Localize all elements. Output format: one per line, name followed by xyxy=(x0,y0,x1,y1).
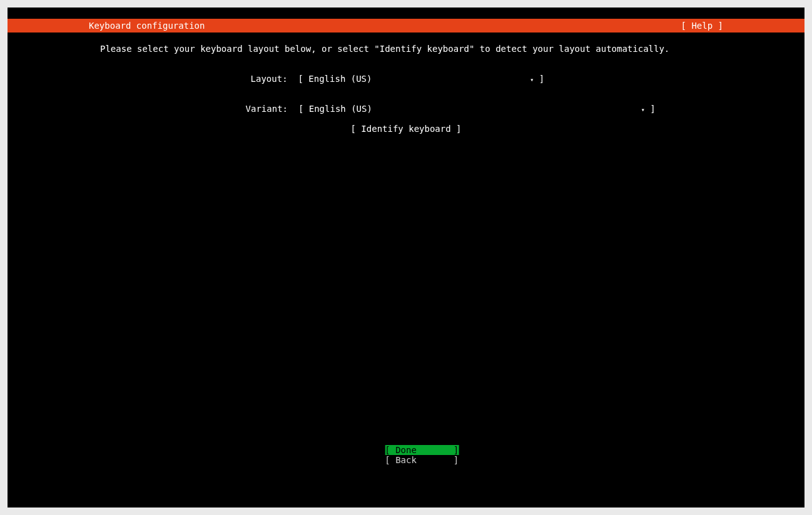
layout-label: Layout: xyxy=(251,74,288,84)
variant-row: Variant: [ English (US) ▾ ] xyxy=(214,94,656,125)
bracket-open: [ xyxy=(298,74,308,84)
bracket-open: [ xyxy=(298,104,309,114)
variant-select[interactable]: [ English (US) ▾ ] xyxy=(298,104,656,114)
back-button[interactable]: [ Back ] xyxy=(353,445,459,475)
bracket-close: ] xyxy=(534,74,544,84)
help-button[interactable]: [ Help ] xyxy=(681,21,723,31)
variant-value: English (US) xyxy=(309,104,372,114)
layout-select[interactable]: [ English (US) ▾ ] xyxy=(298,74,544,84)
installer-window: Keyboard configuration [ Help ] Please s… xyxy=(8,8,804,508)
instruction-text: Please select your keyboard layout below… xyxy=(100,44,669,54)
identify-keyboard-button[interactable]: [ Identify keyboard ] xyxy=(8,124,804,134)
page-title: Keyboard configuration xyxy=(89,21,205,31)
layout-row: Layout: [ English (US) ▾ ] xyxy=(219,64,544,95)
top-black-bar xyxy=(8,8,804,19)
bracket-close: ] xyxy=(645,104,656,114)
back-button-label: [ Back ] xyxy=(385,455,459,465)
body-area: Please select your keyboard layout below… xyxy=(8,32,804,484)
variant-label: Variant: xyxy=(246,104,288,114)
layout-value: English (US) xyxy=(308,74,372,84)
header-bar: Keyboard configuration [ Help ] xyxy=(8,19,804,32)
